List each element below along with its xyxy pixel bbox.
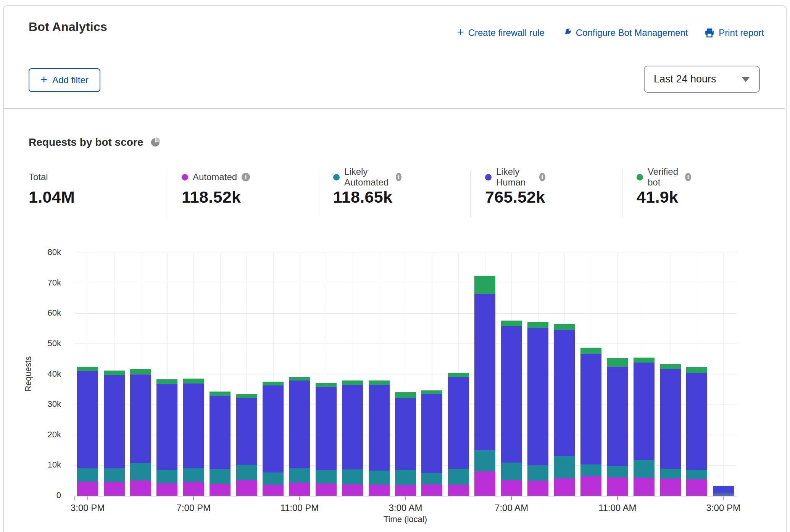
bar-segment-likely-human[interactable]: [369, 385, 390, 471]
bar-segment-automated[interactable]: [156, 483, 177, 496]
bar-segment-verified-bot[interactable]: [527, 322, 548, 328]
bar-segment-automated[interactable]: [501, 480, 522, 496]
bar-segment-automated[interactable]: [421, 484, 442, 496]
bar-segment-automated[interactable]: [210, 484, 231, 496]
bar-segment-verified-bot[interactable]: [580, 348, 601, 354]
bar-segment-likely-automated[interactable]: [607, 466, 628, 477]
bar-segment-likely-automated[interactable]: [183, 468, 204, 482]
bar-segment-likely-automated[interactable]: [580, 464, 601, 476]
bar-segment-likely-human[interactable]: [183, 384, 204, 468]
bar-segment-likely-human[interactable]: [77, 371, 98, 469]
x-tick-label: 7:00 AM: [481, 503, 542, 513]
bar-segment-verified-bot[interactable]: [289, 377, 310, 380]
bar-segment-likely-automated[interactable]: [156, 470, 177, 483]
bar-segment-verified-bot[interactable]: [421, 390, 442, 394]
bar-segment-verified-bot[interactable]: [263, 382, 284, 385]
bar-segment-likely-automated[interactable]: [660, 469, 681, 479]
bar-segment-verified-bot[interactable]: [686, 367, 707, 373]
bar-segment-automated[interactable]: [77, 482, 98, 496]
bar-segment-automated[interactable]: [660, 479, 681, 496]
bar-segment-automated[interactable]: [448, 485, 469, 496]
bar-segment-likely-human[interactable]: [104, 375, 125, 468]
bar-segment-likely-human[interactable]: [660, 369, 681, 469]
bar-segment-likely-automated[interactable]: [369, 471, 390, 485]
bar-segment-likely-automated[interactable]: [395, 470, 416, 485]
bar-segment-verified-bot[interactable]: [210, 392, 231, 396]
bar-segment-automated[interactable]: [580, 476, 601, 496]
bar-segment-likely-human[interactable]: [263, 385, 284, 472]
bar-segment-verified-bot[interactable]: [607, 358, 628, 367]
bar-segment-likely-human[interactable]: [501, 326, 522, 463]
bar-segment-verified-bot[interactable]: [236, 394, 257, 398]
bar-segment-likely-automated[interactable]: [527, 465, 548, 481]
bar-segment-verified-bot[interactable]: [448, 373, 469, 377]
bar-segment-likely-automated[interactable]: [236, 465, 257, 480]
bar-segment-automated[interactable]: [634, 478, 655, 496]
bar-segment-likely-human[interactable]: [580, 354, 601, 464]
bar-segment-automated[interactable]: [130, 480, 151, 496]
bar-segment-automated[interactable]: [289, 483, 310, 496]
bar-segment-likely-automated[interactable]: [316, 470, 337, 484]
bar-segment-likely-automated[interactable]: [634, 460, 655, 478]
bar-segment-automated[interactable]: [236, 480, 257, 496]
bar-segment-automated[interactable]: [316, 484, 337, 496]
bar-segment-likely-human[interactable]: [527, 328, 548, 465]
bar-segment-likely-human[interactable]: [421, 394, 442, 473]
bar-segment-automated[interactable]: [263, 485, 284, 496]
bar-segment-likely-human[interactable]: [634, 363, 655, 460]
bar-segment-likely-human[interactable]: [474, 294, 495, 450]
bar-segment-likely-automated[interactable]: [686, 470, 707, 479]
bar-segment-verified-bot[interactable]: [369, 380, 390, 384]
bar-segment-likely-automated[interactable]: [289, 468, 310, 482]
bar-segment-likely-human[interactable]: [210, 396, 231, 469]
bar-segment-verified-bot[interactable]: [395, 392, 416, 398]
bar-segment-automated[interactable]: [527, 481, 548, 496]
bar-segment-automated[interactable]: [183, 482, 204, 496]
bar-segment-likely-automated[interactable]: [421, 473, 442, 484]
bar-segment-likely-automated[interactable]: [210, 469, 231, 484]
bar-segment-verified-bot[interactable]: [342, 380, 363, 384]
bar-segment-likely-human[interactable]: [130, 374, 151, 463]
bar-segment-automated[interactable]: [342, 484, 363, 496]
bar-segment-verified-bot[interactable]: [104, 371, 125, 375]
bar-segment-likely-automated[interactable]: [474, 450, 495, 471]
bar-segment-automated[interactable]: [474, 471, 495, 496]
bar-segment-verified-bot[interactable]: [474, 276, 495, 294]
bar-segment-likely-automated[interactable]: [342, 469, 363, 484]
bar-segment-automated[interactable]: [395, 485, 416, 496]
bar-segment-automated[interactable]: [104, 482, 125, 496]
bar-segment-likely-human[interactable]: [686, 373, 707, 470]
bar-segment-verified-bot[interactable]: [554, 324, 575, 330]
bar-segment-likely-human[interactable]: [554, 330, 575, 456]
bar-segment-likely-automated[interactable]: [77, 468, 98, 482]
bar-segment-verified-bot[interactable]: [77, 367, 98, 371]
bar-segment-likely-human[interactable]: [156, 384, 177, 470]
bar-segment-automated[interactable]: [369, 485, 390, 496]
bar-segment-verified-bot[interactable]: [713, 486, 734, 486]
bar-segment-verified-bot[interactable]: [316, 383, 337, 387]
bar-segment-likely-automated[interactable]: [104, 468, 125, 482]
bar-segment-likely-human[interactable]: [342, 385, 363, 469]
bar-segment-automated[interactable]: [607, 477, 628, 496]
bar-segment-likely-human[interactable]: [395, 398, 416, 470]
bar-segment-likely-human[interactable]: [607, 367, 628, 466]
bar-segment-likely-human[interactable]: [448, 377, 469, 469]
bar-segment-automated[interactable]: [554, 478, 575, 496]
bar-segment-likely-human[interactable]: [316, 387, 337, 470]
bar-segment-likely-automated[interactable]: [554, 456, 575, 478]
bar-segment-verified-bot[interactable]: [130, 369, 151, 374]
bar-segment-likely-automated[interactable]: [501, 463, 522, 480]
bar-segment-verified-bot[interactable]: [660, 364, 681, 369]
bar-segment-likely-automated[interactable]: [448, 469, 469, 485]
bar-segment-verified-bot[interactable]: [634, 358, 655, 363]
bar-segment-likely-automated[interactable]: [713, 493, 734, 495]
bar-segment-likely-human[interactable]: [713, 486, 734, 494]
bar-segment-verified-bot[interactable]: [156, 379, 177, 384]
bar-segment-likely-automated[interactable]: [263, 472, 284, 485]
bar-segment-likely-human[interactable]: [236, 398, 257, 465]
bar-segment-likely-human[interactable]: [289, 380, 310, 468]
bar-segment-verified-bot[interactable]: [501, 321, 522, 326]
bar-segment-likely-automated[interactable]: [130, 463, 151, 480]
bar-segment-verified-bot[interactable]: [183, 379, 204, 384]
bar-segment-automated[interactable]: [686, 479, 707, 496]
